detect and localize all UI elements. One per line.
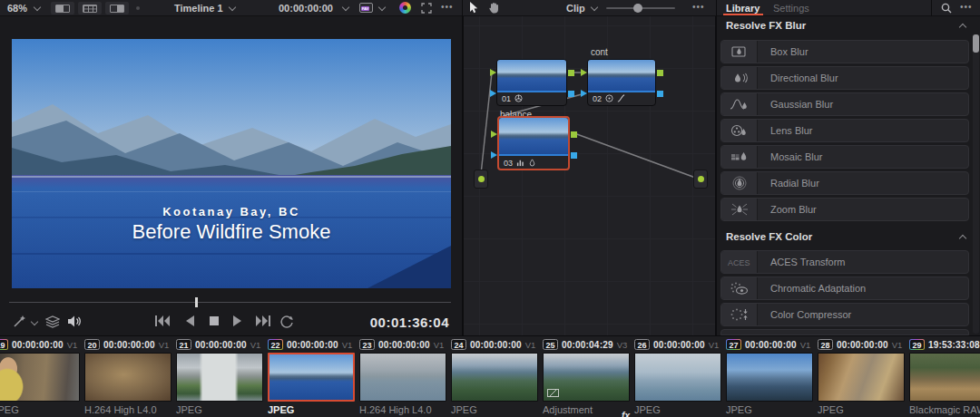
clip-codec: Adjustment Clip bbox=[543, 404, 609, 417]
section-resolve-fx-color[interactable]: Resolve FX Color bbox=[717, 229, 980, 246]
node-01-key-output-port[interactable] bbox=[568, 91, 574, 97]
fx-item-lens-blur[interactable]: Lens Blur bbox=[720, 119, 969, 142]
audio-mute-icon[interactable] bbox=[67, 315, 82, 328]
clip-thumbnail[interactable] bbox=[359, 353, 446, 402]
clip-chevron-down-icon[interactable] bbox=[591, 4, 598, 11]
lut-fav-button[interactable]: FAV bbox=[359, 3, 373, 13]
grab-still-icon[interactable] bbox=[13, 315, 26, 328]
clip-number-badge: 25 bbox=[543, 339, 558, 350]
clip-thumbnail[interactable] bbox=[451, 353, 538, 402]
clip-26[interactable]: 26 00:00:00:00 V1 JPEG bbox=[634, 338, 721, 415]
playhead[interactable] bbox=[195, 297, 198, 307]
mosaic-blur-icon bbox=[721, 146, 758, 168]
fx-item-box-blur[interactable]: Box Blur bbox=[720, 40, 969, 63]
clip-thumbnail[interactable] bbox=[909, 353, 980, 402]
fav-chevron-down-icon[interactable] bbox=[378, 4, 386, 11]
node-02-key-output-port[interactable] bbox=[657, 91, 663, 97]
section-resolve-fx-blur[interactable]: Resolve FX Blur bbox=[717, 18, 980, 34]
clip-thumbnail[interactable] bbox=[726, 353, 813, 402]
loop-button[interactable] bbox=[279, 315, 294, 328]
color-wheel-icon[interactable] bbox=[399, 2, 411, 14]
expand-icon[interactable] bbox=[421, 3, 432, 14]
search-icon[interactable] bbox=[941, 3, 952, 14]
grab-still-chevron-down-icon[interactable] bbox=[31, 318, 38, 325]
node-03[interactable]: 03 bbox=[497, 116, 570, 170]
node-01[interactable]: 01 bbox=[496, 59, 567, 106]
grid-viewer-button[interactable] bbox=[78, 2, 102, 15]
collapse-chevron-up-icon[interactable] bbox=[959, 24, 966, 31]
node-02-rgb-input-port[interactable] bbox=[581, 69, 587, 76]
wipe-modes-icon[interactable] bbox=[45, 315, 60, 328]
node-02-rgb-output-port[interactable] bbox=[657, 70, 663, 76]
fx-item-partial[interactable] bbox=[720, 329, 969, 335]
node-03-rgb-output-port[interactable] bbox=[571, 131, 577, 138]
fx-item-directional-blur[interactable]: Directional Blur bbox=[720, 66, 969, 90]
viewer-scrubber[interactable] bbox=[9, 302, 451, 303]
clip-27[interactable]: 27 00:00:00:00 V1 JPEG bbox=[726, 338, 813, 415]
clip-22-current[interactable]: 22 00:00:00:00 V1 JPEG bbox=[268, 338, 355, 415]
node-zoom-slider[interactable] bbox=[606, 7, 675, 9]
directional-blur-icon bbox=[721, 67, 758, 89]
clip-thumbnail[interactable] bbox=[634, 353, 721, 402]
fx-item-zoom-blur[interactable]: Zoom Blur bbox=[720, 198, 969, 221]
viewer-zoom-level[interactable]: 68% bbox=[7, 3, 27, 14]
clip-29[interactable]: 29 19:53:33:08 Blackmagic RAW bbox=[909, 338, 980, 415]
go-to-start-button[interactable] bbox=[154, 315, 171, 327]
stop-button[interactable] bbox=[209, 315, 220, 327]
fx-item-mosaic-blur[interactable]: Mosaic Blur bbox=[720, 145, 969, 169]
clip-23[interactable]: 23 00:00:00:00 V1 H.264 High L4.0 bbox=[359, 338, 446, 415]
tab-library[interactable]: Library bbox=[726, 3, 760, 14]
play-button[interactable] bbox=[232, 315, 243, 327]
output-node[interactable] bbox=[693, 170, 708, 189]
clip-25-adjustment[interactable]: 25 00:00:04:29 V3 Adjustment Clip fx bbox=[543, 338, 630, 417]
fx-item-radial-blur[interactable]: Radial Blur bbox=[720, 171, 969, 195]
clip-20[interactable]: 20 00:00:00:00 V1 H.264 High L4.0 bbox=[84, 338, 172, 415]
node-01-rgb-output-port[interactable] bbox=[568, 70, 574, 76]
node-zoom-slider-handle[interactable] bbox=[633, 4, 642, 13]
fx-item-chromatic-adaptation[interactable]: Chromatic Adaptation bbox=[720, 276, 969, 300]
clip-thumbnail[interactable] bbox=[176, 353, 263, 402]
node-02[interactable]: 02 bbox=[587, 59, 656, 106]
timeline-selector[interactable]: Timeline 1 bbox=[174, 3, 223, 14]
fx-item-aces-transform[interactable]: ACES ACES Transform bbox=[720, 250, 969, 274]
library-options-menu[interactable]: ••• bbox=[960, 2, 973, 12]
zoom-chevron-down-icon[interactable] bbox=[34, 4, 41, 11]
section-title: Resolve FX Color bbox=[726, 231, 812, 242]
pointer-tool-icon[interactable] bbox=[469, 2, 479, 14]
node-options-menu[interactable]: ••• bbox=[692, 2, 705, 12]
tab-settings[interactable]: Settings bbox=[773, 3, 809, 14]
source-node[interactable] bbox=[474, 170, 488, 189]
fx-item-gaussian-blur[interactable]: Gaussian Blur bbox=[720, 92, 969, 116]
split-viewer-button[interactable] bbox=[105, 2, 129, 15]
node-03-key-input-port[interactable] bbox=[491, 151, 497, 159]
fx-label: ACES Transform bbox=[758, 257, 846, 267]
single-viewer-button[interactable] bbox=[51, 2, 74, 15]
node-01-rgb-input-port[interactable] bbox=[490, 69, 496, 76]
clip-thumbnail[interactable] bbox=[0, 353, 80, 402]
viewer-options-menu[interactable]: ••• bbox=[441, 2, 454, 12]
node-02-key-input-port[interactable] bbox=[581, 90, 587, 97]
clip-19[interactable]: 19 00:00:00:00 V1 JPEG bbox=[0, 338, 80, 415]
clip-28[interactable]: 28 00:00:00:00 V1 JPEG bbox=[818, 338, 905, 415]
library-scrollbar[interactable] bbox=[973, 34, 979, 334]
zoom-blur-icon bbox=[721, 199, 758, 220]
node-01-key-input-port[interactable] bbox=[490, 90, 496, 97]
go-to-end-button[interactable] bbox=[255, 315, 271, 327]
node-03-rgb-input-port[interactable] bbox=[491, 131, 497, 138]
node-03-key-output-port[interactable] bbox=[571, 152, 577, 159]
clip-21[interactable]: 21 00:00:00:00 V1 JPEG bbox=[176, 338, 263, 415]
clip-thumbnail[interactable] bbox=[818, 353, 905, 402]
node-view-mode[interactable]: Clip bbox=[566, 3, 585, 14]
play-reverse-button[interactable] bbox=[184, 315, 195, 327]
clip-thumbnail[interactable] bbox=[84, 353, 172, 402]
fx-item-color-compressor[interactable]: Color Compressor bbox=[720, 303, 969, 326]
clip-thumbnail[interactable] bbox=[543, 353, 630, 402]
collapse-chevron-up-icon[interactable] bbox=[959, 235, 966, 242]
hand-tool-icon[interactable] bbox=[488, 2, 500, 14]
timecode-chevron-down-icon[interactable] bbox=[342, 4, 349, 11]
clip-24[interactable]: 24 00:00:00:00 V1 JPEG bbox=[451, 338, 538, 415]
library-scrollbar-thumb[interactable] bbox=[973, 34, 979, 53]
node-graph-panel[interactable]: balance cont 01 02 bbox=[463, 16, 716, 335]
timeline-chevron-down-icon[interactable] bbox=[229, 4, 236, 11]
clip-thumbnail-selected[interactable] bbox=[268, 353, 355, 402]
